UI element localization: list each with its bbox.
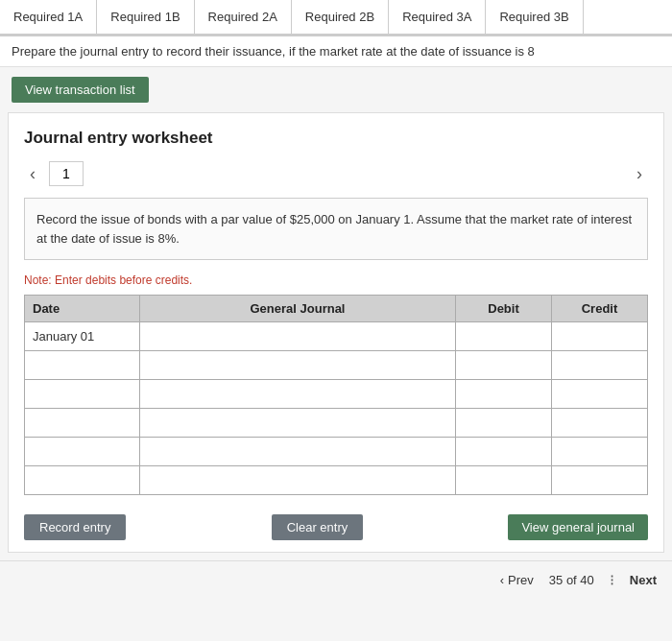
tab-bar: Required 1A Required 1B Required 2A Requ… bbox=[0, 0, 672, 35]
worksheet-title: Journal entry worksheet bbox=[24, 129, 648, 148]
table-row bbox=[25, 466, 648, 495]
tab-req3b[interactable]: Required 3B bbox=[486, 0, 583, 34]
journal-input[interactable] bbox=[148, 473, 447, 487]
tab-req3a[interactable]: Required 3A bbox=[389, 0, 486, 34]
debit-input[interactable] bbox=[464, 358, 543, 372]
date-cell bbox=[25, 466, 140, 495]
view-general-journal-button[interactable]: View general journal bbox=[508, 514, 648, 540]
debit-cell[interactable] bbox=[456, 351, 552, 380]
journal-cell[interactable] bbox=[140, 409, 456, 438]
journal-input[interactable] bbox=[148, 444, 447, 459]
journal-table: Date General Journal Debit Credit Januar… bbox=[24, 295, 648, 495]
nav-row: ‹ 1 › bbox=[24, 161, 648, 186]
description-box: Record the issue of bonds with a par val… bbox=[24, 198, 648, 260]
table-row bbox=[25, 380, 648, 409]
tab-req1a[interactable]: Required 1A bbox=[0, 0, 97, 34]
page-current: 35 bbox=[549, 573, 563, 587]
note-text: Note: Enter debits before credits. bbox=[24, 273, 648, 287]
instruction-text: Prepare the journal entry to record thei… bbox=[0, 36, 672, 67]
date-cell bbox=[25, 351, 140, 380]
bottom-button-bar: Record entry Clear entry View general jo… bbox=[24, 505, 648, 552]
col-header-journal: General Journal bbox=[140, 296, 456, 322]
credit-input[interactable] bbox=[560, 415, 639, 430]
debit-cell[interactable] bbox=[456, 438, 552, 466]
clear-entry-button[interactable]: Clear entry bbox=[272, 514, 364, 540]
prev-arrow-left-icon: ‹ bbox=[500, 573, 504, 587]
next-button[interactable]: Next bbox=[630, 573, 657, 587]
main-content-area: Journal entry worksheet ‹ 1 › Record the… bbox=[8, 112, 664, 553]
table-row bbox=[25, 409, 648, 438]
credit-cell[interactable] bbox=[552, 351, 648, 380]
page-separator: of bbox=[566, 573, 580, 587]
journal-cell[interactable] bbox=[140, 322, 456, 351]
journal-input[interactable] bbox=[148, 415, 447, 430]
tab-req2b[interactable]: Required 2B bbox=[292, 0, 389, 34]
journal-cell[interactable] bbox=[140, 466, 456, 495]
col-header-credit: Credit bbox=[552, 296, 648, 322]
tab-req1b[interactable]: Required 1B bbox=[97, 0, 194, 34]
prev-button[interactable]: ‹ Prev bbox=[500, 573, 534, 587]
prev-arrow-icon[interactable]: ‹ bbox=[24, 162, 41, 186]
grid-icon[interactable]: ⁝ bbox=[610, 571, 614, 589]
credit-cell[interactable] bbox=[552, 438, 648, 466]
credit-input[interactable] bbox=[560, 444, 639, 459]
journal-cell[interactable] bbox=[140, 351, 456, 380]
credit-input[interactable] bbox=[560, 387, 639, 401]
debit-input[interactable] bbox=[464, 329, 543, 344]
tab-req2a[interactable]: Required 2A bbox=[195, 0, 292, 34]
page-info: 35 of 40 bbox=[549, 573, 594, 587]
date-cell bbox=[25, 438, 140, 466]
journal-cell[interactable] bbox=[140, 380, 456, 409]
debit-input[interactable] bbox=[464, 473, 543, 487]
credit-cell[interactable] bbox=[552, 466, 648, 495]
journal-input[interactable] bbox=[148, 329, 447, 344]
footer-pagination: ‹ Prev 35 of 40 ⁝ Next bbox=[0, 560, 672, 599]
journal-input[interactable] bbox=[148, 358, 447, 372]
debit-cell[interactable] bbox=[456, 409, 552, 438]
debit-input[interactable] bbox=[464, 387, 543, 401]
col-header-debit: Debit bbox=[456, 296, 552, 322]
prev-label: Prev bbox=[508, 573, 534, 587]
record-entry-button[interactable]: Record entry bbox=[24, 514, 126, 540]
col-header-date: Date bbox=[25, 296, 140, 322]
credit-input[interactable] bbox=[560, 473, 639, 487]
table-row: January 01 bbox=[25, 322, 648, 351]
credit-cell[interactable] bbox=[552, 409, 648, 438]
credit-input[interactable] bbox=[560, 329, 639, 344]
journal-input[interactable] bbox=[148, 387, 447, 401]
table-row bbox=[25, 438, 648, 466]
credit-cell[interactable] bbox=[552, 380, 648, 409]
date-cell: January 01 bbox=[25, 322, 140, 351]
entry-number: 1 bbox=[49, 161, 84, 186]
date-cell bbox=[25, 380, 140, 409]
debit-cell[interactable] bbox=[456, 322, 552, 351]
debit-input[interactable] bbox=[464, 444, 543, 459]
page-total: 40 bbox=[580, 573, 593, 587]
next-arrow-icon[interactable]: › bbox=[631, 162, 648, 186]
credit-input[interactable] bbox=[560, 358, 639, 372]
date-cell bbox=[25, 409, 140, 438]
debit-cell[interactable] bbox=[456, 380, 552, 409]
credit-cell[interactable] bbox=[552, 322, 648, 351]
view-transaction-button[interactable]: View transaction list bbox=[12, 77, 149, 103]
journal-cell[interactable] bbox=[140, 438, 456, 466]
table-row bbox=[25, 351, 648, 380]
nav-left: ‹ 1 bbox=[24, 161, 84, 186]
debit-cell[interactable] bbox=[456, 466, 552, 495]
debit-input[interactable] bbox=[464, 415, 543, 430]
